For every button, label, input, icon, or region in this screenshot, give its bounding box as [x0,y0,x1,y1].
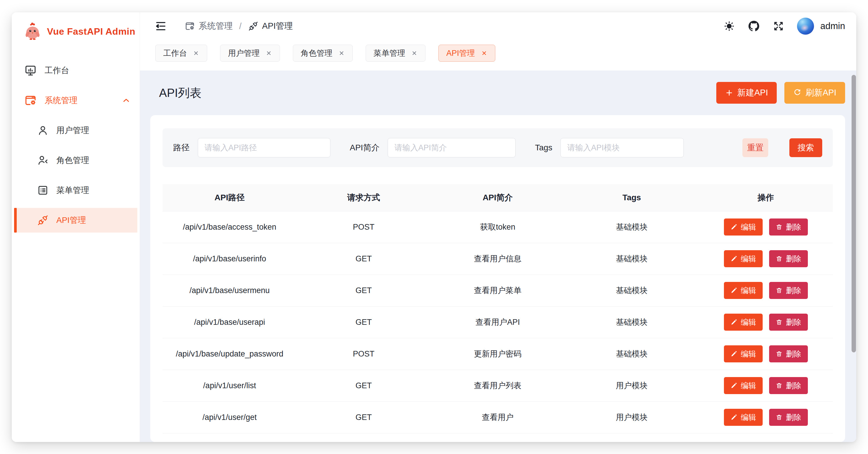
cell-tags: 基础模块 [565,211,699,243]
edit-pencil-icon [731,319,737,326]
sidebar-item-label: API管理 [56,215,86,226]
cell-tags: 基础模块 [565,338,699,370]
delete-trash-icon [776,319,783,326]
sidebar-item-menus[interactable]: 菜单管理 [12,178,140,203]
reset-button[interactable]: 重置 [742,138,768,157]
cell-tags: 基础模块 [565,275,699,306]
close-icon[interactable] [193,50,199,56]
col-actions: 操作 [699,184,833,211]
delete-button[interactable]: 删除 [769,377,808,394]
cell-summary: 更新用户密码 [431,338,565,370]
cell-path: /api/v1/base/usermenu [162,275,297,306]
edit-button[interactable]: 编辑 [724,282,763,299]
close-icon[interactable] [411,50,417,56]
sidebar-item-label: 用户管理 [56,125,89,136]
system-window-gear-icon [185,21,195,31]
sidebar-item-system[interactable]: 系统管理 [12,88,140,113]
col-method: 请求方式 [297,184,431,211]
plus-icon [725,89,733,97]
cell-path: /api/v1/user/list [162,370,297,401]
tags-input[interactable] [560,138,684,158]
app-window: Vue FastAPI Admin 工作台 [12,12,856,442]
delete-button[interactable]: 删除 [769,409,808,426]
tab-label: 用户管理 [228,48,260,58]
sidebar-item-api[interactable]: API管理 [14,208,137,233]
app-title: Vue FastAPI Admin [47,26,135,37]
breadcrumb-label: 系统管理 [199,20,233,32]
cell-path: /api/v1/base/userinfo [162,243,297,275]
edit-button[interactable]: 编辑 [724,377,763,394]
close-icon[interactable] [266,50,272,56]
edit-button[interactable]: 编辑 [724,219,763,235]
path-field-label: 路径 [173,142,190,153]
path-input[interactable] [198,138,331,158]
page-title: API列表 [159,85,201,101]
table-row: /api/v1/base/usermenu GET 查看用户菜单 基础模块 编辑… [162,275,833,306]
sidebar-menu: 工作台 系统管理 [12,58,140,238]
edit-button[interactable]: 编辑 [724,250,763,267]
api-plug-icon [37,215,49,226]
table-header-row: API路径 请求方式 API简介 Tags 操作 [162,184,833,211]
sidebar: Vue FastAPI Admin 工作台 [12,12,140,442]
table-row: /api/v1/user/list GET 查看用户列表 用户模块 编辑 删除 [162,370,833,401]
cell-method: POST [297,338,431,370]
sidebar-item-workbench[interactable]: 工作台 [12,58,140,83]
delete-button[interactable]: 删除 [769,219,808,235]
breadcrumb-system[interactable]: 系统管理 [185,20,233,32]
breadcrumb-api[interactable]: API管理 [248,20,293,32]
tab-workbench[interactable]: 工作台 [155,45,207,62]
edit-pencil-icon [731,224,737,230]
summary-input[interactable] [388,138,516,158]
main-area: 系统管理 / API管理 [140,12,856,442]
cell-method: GET [297,275,431,306]
api-list-card: 路径 API简介 Tags 重置 搜索 [150,115,845,442]
close-icon[interactable] [338,50,345,56]
username[interactable]: admin [820,21,845,31]
delete-trash-icon [776,287,783,294]
collapse-sidebar-icon[interactable] [155,20,167,32]
edit-button[interactable]: 编辑 [724,314,763,331]
github-icon[interactable] [748,21,760,32]
tab-roles[interactable]: 角色管理 [293,45,353,62]
edit-button[interactable]: 编辑 [724,409,763,426]
cell-method: GET [297,401,431,433]
breadcrumb-separator: / [239,22,242,31]
delete-button[interactable]: 删除 [769,250,808,267]
cell-summary: 查看用户菜单 [431,275,565,306]
refresh-api-button[interactable]: 刷新API [784,82,845,104]
cell-path: /api/v1/user/get [162,401,297,433]
edit-button[interactable]: 编辑 [724,345,763,362]
breadcrumb: 系统管理 / API管理 [185,20,293,32]
search-button[interactable]: 搜索 [789,138,822,157]
search-panel: 路径 API简介 Tags 重置 搜索 [162,128,833,167]
delete-button[interactable]: 删除 [769,314,808,331]
tab-label: 菜单管理 [374,48,405,58]
tab-label: API管理 [446,48,475,58]
edit-pencil-icon [731,414,737,421]
tab-users[interactable]: 用户管理 [220,45,280,62]
delete-button[interactable]: 删除 [769,345,808,362]
cell-summary: 获取token [431,211,565,243]
cell-tags: 基础模块 [565,306,699,338]
tab-menus[interactable]: 菜单管理 [366,45,426,62]
avatar[interactable] [797,18,814,35]
close-icon[interactable] [481,50,487,56]
delete-trash-icon [776,382,783,389]
sidebar-item-users[interactable]: 用户管理 [12,118,140,143]
delete-button[interactable]: 删除 [769,282,808,299]
delete-trash-icon [776,255,783,262]
theme-sun-icon[interactable] [724,21,735,32]
table-row: /api/v1/base/access_token POST 获取token 基… [162,211,833,243]
sidebar-item-roles[interactable]: 角色管理 [12,148,140,173]
create-api-button[interactable]: 新建API [716,82,777,104]
fullscreen-icon[interactable] [773,21,784,32]
tab-api[interactable]: API管理 [438,45,495,62]
vertical-scrollbar[interactable] [851,75,856,352]
page-header: API列表 新建API 刷新API [150,70,845,115]
role-user-icon [37,154,49,166]
cell-summary: 查看用户列表 [431,370,565,401]
api-table: API路径 请求方式 API简介 Tags 操作 /api/v1/base/ac… [162,184,833,433]
table-row: /api/v1/user/get GET 查看用户 用户模块 编辑 删除 [162,401,833,433]
col-tags: Tags [565,184,699,211]
tab-label: 工作台 [163,48,187,58]
